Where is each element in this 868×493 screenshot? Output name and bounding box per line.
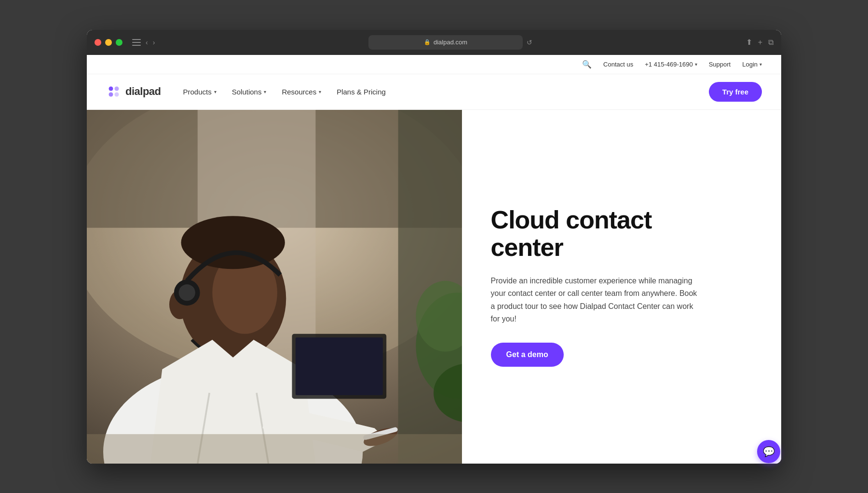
solutions-chevron-icon: ▾ <box>264 89 266 94</box>
resources-chevron-icon: ▾ <box>319 89 321 94</box>
hero-section: Cloud contact center Provide an incredib… <box>87 110 781 464</box>
contact-us-link[interactable]: Contact us <box>603 61 633 68</box>
forward-button[interactable]: › <box>153 39 155 46</box>
refresh-button[interactable]: ↺ <box>527 39 532 46</box>
share-button[interactable]: ⬆ <box>746 38 752 47</box>
browser-window: ‹ › 🔒 dialpad.com ↺ ⬆ + ⧉ 🔍 Contact us +… <box>87 30 781 464</box>
browser-actions: ⬆ + ⧉ <box>746 38 773 47</box>
traffic-lights <box>95 39 122 46</box>
search-button[interactable]: 🔍 <box>582 60 592 69</box>
sidebar-toggle-button[interactable] <box>132 39 141 46</box>
close-button[interactable] <box>95 39 101 46</box>
login-button[interactable]: Login ▾ <box>742 61 762 68</box>
svg-rect-25 <box>296 337 383 395</box>
tabs-overview-button[interactable]: ⧉ <box>768 38 773 47</box>
url-text: dialpad.com <box>434 39 467 46</box>
get-demo-button[interactable]: Get a demo <box>491 343 564 367</box>
login-chevron-icon: ▾ <box>760 62 762 67</box>
svg-point-19 <box>179 284 195 301</box>
maximize-button[interactable] <box>116 39 122 46</box>
browser-titlebar: ‹ › 🔒 dialpad.com ↺ ⬆ + ⧉ <box>87 30 781 55</box>
logo[interactable]: dialpad <box>106 84 161 99</box>
back-button[interactable]: ‹ <box>146 39 148 46</box>
new-tab-button[interactable]: + <box>758 38 762 47</box>
svg-point-16 <box>181 216 285 269</box>
hero-description: Provide an incredible customer experienc… <box>491 275 703 326</box>
minimize-button[interactable] <box>105 39 112 46</box>
nav-solutions[interactable]: Solutions ▾ <box>225 84 273 100</box>
address-bar[interactable]: 🔒 dialpad.com <box>368 35 523 50</box>
chat-widget-button[interactable]: 💬 <box>757 440 780 463</box>
hero-content: Cloud contact center Provide an incredib… <box>462 110 781 464</box>
nav-resources[interactable]: Resources ▾ <box>275 84 328 100</box>
nav-links: Products ▾ Solutions ▾ Resources ▾ Plans… <box>176 84 693 100</box>
nav-products[interactable]: Products ▾ <box>176 84 223 100</box>
svg-point-1 <box>115 87 119 91</box>
products-chevron-icon: ▾ <box>214 89 217 94</box>
nav-pricing[interactable]: Plans & Pricing <box>330 84 393 100</box>
hero-title: Cloud contact center <box>491 206 757 261</box>
svg-point-3 <box>115 93 119 97</box>
phone-number-button[interactable]: +1 415-469-1690 ▾ <box>645 61 697 68</box>
hero-image <box>87 110 462 464</box>
svg-point-0 <box>109 87 113 91</box>
utility-bar: 🔍 Contact us +1 415-469-1690 ▾ Support L… <box>87 55 781 74</box>
logo-text: dialpad <box>125 85 161 98</box>
address-bar-container: 🔒 dialpad.com ↺ <box>161 35 740 50</box>
lock-icon: 🔒 <box>424 39 431 45</box>
svg-rect-23 <box>87 434 462 463</box>
main-navigation: dialpad Products ▾ Solutions ▾ Resources… <box>87 74 781 110</box>
hero-photo <box>87 110 462 464</box>
browser-controls: ‹ › <box>132 39 155 46</box>
website-content: 🔍 Contact us +1 415-469-1690 ▾ Support L… <box>87 55 781 464</box>
support-link[interactable]: Support <box>709 61 731 68</box>
hero-photo-svg <box>87 110 462 464</box>
dialpad-logo-icon <box>106 84 122 99</box>
try-free-button[interactable]: Try free <box>709 82 762 102</box>
chat-icon: 💬 <box>763 446 775 457</box>
svg-point-2 <box>109 93 113 97</box>
phone-chevron-icon: ▾ <box>695 62 697 67</box>
